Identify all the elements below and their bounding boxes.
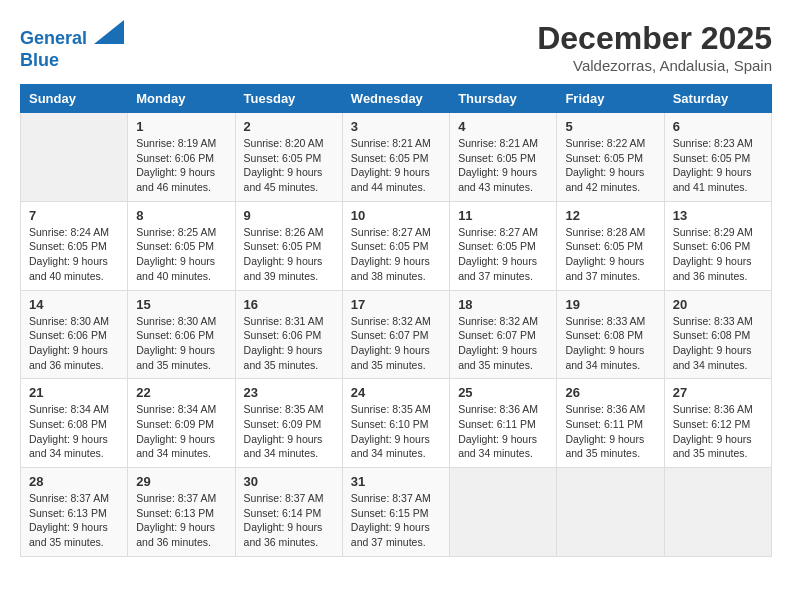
calendar-cell [450, 468, 557, 557]
day-content: Sunrise: 8:33 AMSunset: 6:08 PMDaylight:… [565, 314, 655, 373]
day-content: Sunrise: 8:36 AMSunset: 6:11 PMDaylight:… [565, 402, 655, 461]
day-number: 19 [565, 297, 655, 312]
day-number: 16 [244, 297, 334, 312]
calendar-cell: 20Sunrise: 8:33 AMSunset: 6:08 PMDayligh… [664, 290, 771, 379]
day-number: 29 [136, 474, 226, 489]
day-number: 31 [351, 474, 441, 489]
calendar-cell: 22Sunrise: 8:34 AMSunset: 6:09 PMDayligh… [128, 379, 235, 468]
calendar-cell: 5Sunrise: 8:22 AMSunset: 6:05 PMDaylight… [557, 113, 664, 202]
weekday-header-row: SundayMondayTuesdayWednesdayThursdayFrid… [21, 85, 772, 113]
week-row-3: 14Sunrise: 8:30 AMSunset: 6:06 PMDayligh… [21, 290, 772, 379]
calendar-cell: 11Sunrise: 8:27 AMSunset: 6:05 PMDayligh… [450, 201, 557, 290]
day-number: 20 [673, 297, 763, 312]
calendar-cell: 12Sunrise: 8:28 AMSunset: 6:05 PMDayligh… [557, 201, 664, 290]
calendar-cell: 31Sunrise: 8:37 AMSunset: 6:15 PMDayligh… [342, 468, 449, 557]
day-content: Sunrise: 8:31 AMSunset: 6:06 PMDaylight:… [244, 314, 334, 373]
day-number: 4 [458, 119, 548, 134]
week-row-4: 21Sunrise: 8:34 AMSunset: 6:08 PMDayligh… [21, 379, 772, 468]
calendar-cell: 1Sunrise: 8:19 AMSunset: 6:06 PMDaylight… [128, 113, 235, 202]
day-content: Sunrise: 8:36 AMSunset: 6:12 PMDaylight:… [673, 402, 763, 461]
day-content: Sunrise: 8:37 AMSunset: 6:13 PMDaylight:… [29, 491, 119, 550]
day-number: 18 [458, 297, 548, 312]
calendar-cell: 15Sunrise: 8:30 AMSunset: 6:06 PMDayligh… [128, 290, 235, 379]
calendar-cell: 2Sunrise: 8:20 AMSunset: 6:05 PMDaylight… [235, 113, 342, 202]
day-content: Sunrise: 8:29 AMSunset: 6:06 PMDaylight:… [673, 225, 763, 284]
weekday-header-saturday: Saturday [664, 85, 771, 113]
calendar-cell: 30Sunrise: 8:37 AMSunset: 6:14 PMDayligh… [235, 468, 342, 557]
weekday-header-friday: Friday [557, 85, 664, 113]
day-number: 13 [673, 208, 763, 223]
day-number: 9 [244, 208, 334, 223]
calendar-cell: 6Sunrise: 8:23 AMSunset: 6:05 PMDaylight… [664, 113, 771, 202]
day-content: Sunrise: 8:26 AMSunset: 6:05 PMDaylight:… [244, 225, 334, 284]
calendar-cell: 19Sunrise: 8:33 AMSunset: 6:08 PMDayligh… [557, 290, 664, 379]
day-content: Sunrise: 8:35 AMSunset: 6:10 PMDaylight:… [351, 402, 441, 461]
weekday-header-tuesday: Tuesday [235, 85, 342, 113]
day-content: Sunrise: 8:25 AMSunset: 6:05 PMDaylight:… [136, 225, 226, 284]
day-content: Sunrise: 8:21 AMSunset: 6:05 PMDaylight:… [458, 136, 548, 195]
calendar-cell: 7Sunrise: 8:24 AMSunset: 6:05 PMDaylight… [21, 201, 128, 290]
day-content: Sunrise: 8:27 AMSunset: 6:05 PMDaylight:… [458, 225, 548, 284]
day-content: Sunrise: 8:34 AMSunset: 6:09 PMDaylight:… [136, 402, 226, 461]
day-content: Sunrise: 8:34 AMSunset: 6:08 PMDaylight:… [29, 402, 119, 461]
day-content: Sunrise: 8:32 AMSunset: 6:07 PMDaylight:… [351, 314, 441, 373]
day-content: Sunrise: 8:24 AMSunset: 6:05 PMDaylight:… [29, 225, 119, 284]
calendar-table: SundayMondayTuesdayWednesdayThursdayFrid… [20, 84, 772, 557]
day-number: 8 [136, 208, 226, 223]
calendar-cell [664, 468, 771, 557]
day-number: 25 [458, 385, 548, 400]
calendar-cell: 27Sunrise: 8:36 AMSunset: 6:12 PMDayligh… [664, 379, 771, 468]
calendar-cell: 4Sunrise: 8:21 AMSunset: 6:05 PMDaylight… [450, 113, 557, 202]
calendar-cell: 3Sunrise: 8:21 AMSunset: 6:05 PMDaylight… [342, 113, 449, 202]
calendar-cell: 16Sunrise: 8:31 AMSunset: 6:06 PMDayligh… [235, 290, 342, 379]
week-row-5: 28Sunrise: 8:37 AMSunset: 6:13 PMDayligh… [21, 468, 772, 557]
day-number: 15 [136, 297, 226, 312]
calendar-cell: 26Sunrise: 8:36 AMSunset: 6:11 PMDayligh… [557, 379, 664, 468]
weekday-header-monday: Monday [128, 85, 235, 113]
title-block: December 2025 Valdezorras, Andalusia, Sp… [537, 20, 772, 74]
day-content: Sunrise: 8:37 AMSunset: 6:15 PMDaylight:… [351, 491, 441, 550]
week-row-1: 1Sunrise: 8:19 AMSunset: 6:06 PMDaylight… [21, 113, 772, 202]
weekday-header-sunday: Sunday [21, 85, 128, 113]
location: Valdezorras, Andalusia, Spain [537, 57, 772, 74]
day-number: 14 [29, 297, 119, 312]
day-content: Sunrise: 8:21 AMSunset: 6:05 PMDaylight:… [351, 136, 441, 195]
weekday-header-thursday: Thursday [450, 85, 557, 113]
day-content: Sunrise: 8:37 AMSunset: 6:14 PMDaylight:… [244, 491, 334, 550]
calendar-cell [557, 468, 664, 557]
day-number: 27 [673, 385, 763, 400]
day-number: 1 [136, 119, 226, 134]
day-number: 17 [351, 297, 441, 312]
day-number: 28 [29, 474, 119, 489]
day-number: 22 [136, 385, 226, 400]
day-content: Sunrise: 8:37 AMSunset: 6:13 PMDaylight:… [136, 491, 226, 550]
day-number: 3 [351, 119, 441, 134]
calendar-cell: 29Sunrise: 8:37 AMSunset: 6:13 PMDayligh… [128, 468, 235, 557]
day-number: 26 [565, 385, 655, 400]
calendar-cell: 13Sunrise: 8:29 AMSunset: 6:06 PMDayligh… [664, 201, 771, 290]
calendar-cell: 8Sunrise: 8:25 AMSunset: 6:05 PMDaylight… [128, 201, 235, 290]
logo-icon [94, 20, 124, 44]
day-content: Sunrise: 8:32 AMSunset: 6:07 PMDaylight:… [458, 314, 548, 373]
day-number: 6 [673, 119, 763, 134]
day-content: Sunrise: 8:30 AMSunset: 6:06 PMDaylight:… [136, 314, 226, 373]
page-header: General Blue December 2025 Valdezorras, … [20, 20, 772, 74]
calendar-cell: 24Sunrise: 8:35 AMSunset: 6:10 PMDayligh… [342, 379, 449, 468]
day-number: 30 [244, 474, 334, 489]
day-content: Sunrise: 8:36 AMSunset: 6:11 PMDaylight:… [458, 402, 548, 461]
day-number: 2 [244, 119, 334, 134]
calendar-cell: 21Sunrise: 8:34 AMSunset: 6:08 PMDayligh… [21, 379, 128, 468]
calendar-cell: 14Sunrise: 8:30 AMSunset: 6:06 PMDayligh… [21, 290, 128, 379]
day-number: 5 [565, 119, 655, 134]
logo-text: General Blue [20, 20, 124, 71]
calendar-cell: 10Sunrise: 8:27 AMSunset: 6:05 PMDayligh… [342, 201, 449, 290]
calendar-cell: 9Sunrise: 8:26 AMSunset: 6:05 PMDaylight… [235, 201, 342, 290]
day-content: Sunrise: 8:27 AMSunset: 6:05 PMDaylight:… [351, 225, 441, 284]
day-number: 23 [244, 385, 334, 400]
calendar-cell [21, 113, 128, 202]
week-row-2: 7Sunrise: 8:24 AMSunset: 6:05 PMDaylight… [21, 201, 772, 290]
day-number: 7 [29, 208, 119, 223]
day-number: 10 [351, 208, 441, 223]
day-content: Sunrise: 8:35 AMSunset: 6:09 PMDaylight:… [244, 402, 334, 461]
calendar-cell: 28Sunrise: 8:37 AMSunset: 6:13 PMDayligh… [21, 468, 128, 557]
